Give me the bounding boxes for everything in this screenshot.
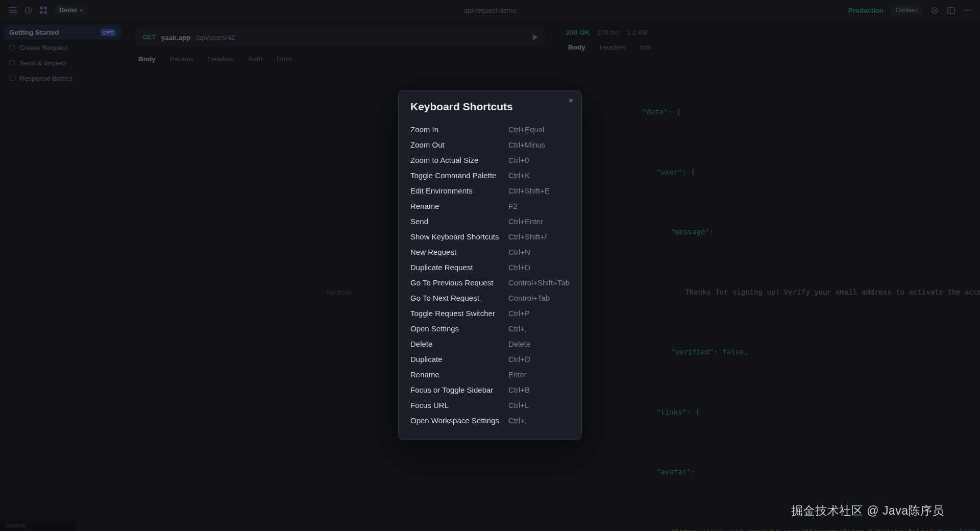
shortcut-keys: Ctrl+Shift+E [508,186,570,195]
shortcut-row: Zoom to Actual Size Ctrl+0 [410,152,570,167]
shortcut-keys: Ctrl+B [508,385,570,394]
shortcut-keys: Ctrl+; [508,416,570,425]
shortcut-row: Toggle Request Switcher Ctrl+P [410,305,570,321]
shortcut-label: Edit Environments [410,186,508,195]
shortcut-row: Rename Enter [410,367,570,382]
shortcut-row: Duplicate Request Ctrl+D [410,259,570,275]
shortcut-label: Toggle Request Switcher [410,309,508,318]
shortcut-keys: Ctrl+L [508,401,570,409]
dialog-title: Keyboard Shortcuts [410,101,570,113]
shortcut-label: Zoom Out [410,140,508,149]
shortcut-label: Delete [410,340,508,348]
shortcut-row: Focus or Toggle Sidebar Ctrl+B [410,382,570,397]
shortcut-keys: Ctrl+Equal [508,125,570,134]
shortcut-label: Show Keyboard Shortcuts [410,232,508,241]
shortcut-label: Toggle Command Palette [410,171,508,180]
shortcut-row: Zoom Out Ctrl+Minus [410,137,570,152]
shortcut-row: Open Settings Ctrl+, [410,321,570,336]
shortcut-label: New Request [410,248,508,256]
shortcut-label: Open Settings [410,324,508,333]
shortcut-keys: Ctrl+D [508,263,570,272]
shortcut-keys: Delete [508,340,570,348]
shortcut-row: Focus URL Ctrl+L [410,397,570,413]
shortcut-row: Go To Next Request Control+Tab [410,290,570,305]
shortcut-label: Zoom to Actual Size [410,156,508,164]
shortcut-label: Open Workspace Settings [410,416,508,425]
shortcut-row: Show Keyboard Shortcuts Ctrl+Shift+/ [410,229,570,244]
shortcut-row: Toggle Command Palette Ctrl+K [410,167,570,183]
shortcut-label: Rename [410,202,508,210]
shortcut-keys: F2 [508,202,570,210]
shortcut-row: New Request Ctrl+N [410,244,570,259]
shortcut-label: Go To Next Request [410,294,508,302]
shortcut-keys: Control+Shift+Tab [508,278,570,287]
shortcut-label: Duplicate [410,355,508,364]
shortcut-row: Send Ctrl+Enter [410,213,570,229]
shortcut-row: Duplicate Ctrl+D [410,351,570,367]
shortcut-keys: Ctrl+Enter [508,217,570,226]
shortcut-row: Open Workspace Settings Ctrl+; [410,413,570,428]
shortcut-keys: Ctrl+D [508,355,570,364]
shortcut-keys: Ctrl+N [508,248,570,256]
shortcut-label: Focus or Toggle Sidebar [410,385,508,394]
shortcut-label: Rename [410,370,508,379]
shortcut-keys: Enter [508,370,570,379]
shortcut-label: Duplicate Request [410,263,508,272]
watermark-text: 掘金技术社区 @ Java陈序员 [791,503,944,519]
shortcut-row: Edit Environments Ctrl+Shift+E [410,183,570,198]
shortcut-row: Go To Previous Request Control+Shift+Tab [410,275,570,290]
shortcut-label: Zoom In [410,125,508,134]
shortcuts-list: Zoom In Ctrl+Equal Zoom Out Ctrl+Minus Z… [410,122,570,428]
shortcut-row: Zoom In Ctrl+Equal [410,122,570,137]
shortcut-label: Focus URL [410,401,508,409]
shortcut-row: Rename F2 [410,198,570,213]
close-icon[interactable]: × [568,95,574,105]
shortcut-keys: Control+Tab [508,294,570,302]
shortcut-keys: Ctrl+P [508,309,570,318]
shortcut-label: Go To Previous Request [410,278,508,287]
keyboard-shortcuts-dialog: × Keyboard Shortcuts Zoom In Ctrl+Equal … [398,90,582,440]
shortcut-keys: Ctrl+, [508,324,570,333]
shortcut-keys: Ctrl+0 [508,156,570,164]
shortcut-keys: Ctrl+Shift+/ [508,232,570,241]
shortcut-keys: Ctrl+Minus [508,140,570,149]
shortcut-row: Delete Delete [410,336,570,351]
shortcut-keys: Ctrl+K [508,171,570,180]
shortcut-label: Send [410,217,508,226]
